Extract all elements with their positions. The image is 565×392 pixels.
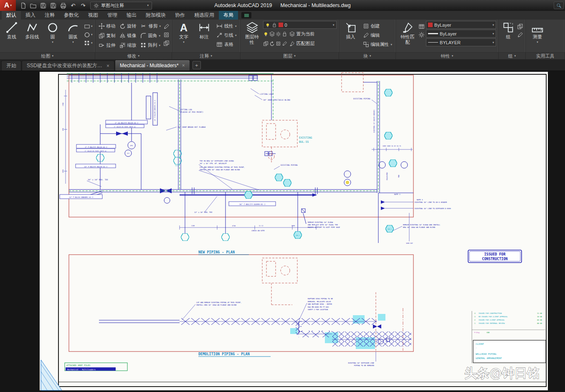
edit-block-button[interactable]: 编辑 (362, 31, 394, 40)
panel-utilities: 测量 ▾ 实用工具 (526, 20, 565, 59)
group-button[interactable]: 组 (501, 21, 516, 40)
close-icon[interactable]: × (182, 63, 185, 68)
edit-block-icon (363, 32, 369, 38)
new-tab-button[interactable]: ＋ (193, 61, 201, 69)
trim-button[interactable]: ✂修剪▾ (139, 22, 162, 30)
panel-label-properties[interactable]: 特性▾ (396, 52, 498, 59)
erase-button[interactable] (163, 23, 170, 30)
file-tab-mechanical-multileaders[interactable]: Mechanical - Multileaders* × (115, 60, 190, 71)
save-button[interactable] (38, 1, 48, 10)
layer-lock-button[interactable] (282, 30, 287, 38)
ellipse-button[interactable]: ▾ (84, 31, 93, 38)
layer-delete-button[interactable] (282, 40, 287, 48)
ribbon-display-toggle-icon[interactable] (241, 12, 251, 18)
panel-label-layers[interactable]: 图层▾ (241, 52, 339, 59)
file-tab-ssd-drawing[interactable]: SSD硬盘盒中改变嵌件的装配方式* × (22, 61, 114, 71)
ribbon-tab-layout[interactable]: 布局 (219, 11, 238, 20)
open-file-button[interactable] (28, 1, 38, 10)
explode-button[interactable] (163, 31, 170, 38)
dimension-button[interactable]: 标注 (195, 21, 214, 40)
panel-label-utilities[interactable]: 实用工具 (526, 52, 565, 59)
scale-button[interactable]: 缩放 (118, 41, 138, 50)
svg-text:NEW 16" 300# WN FLANGE AND BLI: NEW 16" 300# WN FLANGE AND BLIND (403, 226, 436, 228)
svg-text:AND REPLACE WITH 16" EQUAL TEE: AND REPLACE WITH 16" EQUAL TEE (308, 224, 338, 226)
svg-text:EXIST: EXIST (175, 165, 180, 167)
polyline-button[interactable]: 多段线 (23, 21, 42, 40)
edit-attributes-button[interactable]: 编辑属性▾ (362, 40, 394, 49)
mirror-button[interactable]: 镜像 (118, 31, 138, 40)
ribbon-tab-collaborate[interactable]: 协作 (170, 11, 190, 20)
arc-button[interactable]: 圆弧 ▾ (63, 21, 83, 44)
app-menu-button[interactable]: A ▾ (0, 0, 16, 11)
layer-walk-button[interactable] (263, 40, 269, 48)
circle-button[interactable]: 圆 ▾ (43, 21, 62, 44)
ribbon-tab-insert[interactable]: 插入 (21, 11, 40, 20)
new-file-button[interactable] (18, 1, 28, 10)
infocenter-search[interactable] (554, 2, 564, 9)
save-as-button[interactable] (48, 1, 58, 10)
panel-label-modify[interactable]: 修改▾ (95, 52, 172, 59)
ribbon-tab-view[interactable]: 视图 (84, 11, 103, 20)
ribbon-tab-parametric[interactable]: 参数化 (59, 11, 84, 20)
ellipse-icon (84, 32, 90, 38)
ribbon-tab-output[interactable]: 输出 (122, 11, 141, 20)
make-current-button[interactable]: 置为当前 (288, 30, 316, 38)
layer-merge-button[interactable] (276, 40, 281, 48)
object-color-dropdown[interactable]: ByLayer ▾ (426, 21, 496, 29)
insert-block-button[interactable]: 插入 (341, 21, 360, 40)
ribbon-tab-featured-apps[interactable]: 精选应用 (190, 11, 219, 20)
annotation-breakout-flange: 14" 300# BREAK-OUT FLANGE (177, 126, 206, 128)
properties-list-icon[interactable] (418, 23, 425, 30)
move-button[interactable]: 移动 (97, 22, 117, 30)
match-layer-button[interactable]: 匹配图层 (288, 39, 316, 48)
svg-text:LIFTING LUG: LIFTING LUG (180, 109, 192, 111)
ribbon-tab-home[interactable]: 默认 (2, 11, 21, 20)
hatch-button[interactable]: ▾ (84, 39, 93, 47)
linear-dim-button[interactable]: 线性▾ (215, 22, 238, 30)
lineweight-dropdown[interactable]: ByLayer ▾ (426, 30, 496, 38)
stretch-button[interactable]: 拉伸 (97, 41, 117, 50)
svg-text:898: 898 (62, 128, 64, 131)
panel-label-draw[interactable]: 绘图▾ (0, 52, 95, 59)
array-button[interactable]: 阵列▾ (139, 41, 162, 50)
close-icon[interactable]: × (106, 63, 109, 69)
color-wheel-icon[interactable] (418, 31, 425, 38)
rotate-button[interactable]: 旋转 (118, 22, 138, 30)
leader-button[interactable]: 引线▾ (215, 31, 238, 40)
layer-freeze-button[interactable] (276, 30, 281, 38)
match-properties-button[interactable]: 特性匹配 (398, 21, 417, 45)
plot-button[interactable] (58, 1, 68, 10)
group-edit-button[interactable] (517, 31, 523, 38)
layer-prev-button[interactable] (269, 40, 275, 48)
undo-button[interactable]: ↶ (68, 1, 78, 10)
panel-label-annotate[interactable]: 注释▾ (172, 52, 240, 59)
copy-button[interactable]: 复制 (97, 31, 117, 40)
create-block-button[interactable]: 创建 (362, 22, 394, 30)
text-button[interactable]: A 文字 ▾ (174, 21, 193, 44)
layer-properties-button[interactable]: 图层特性 (243, 21, 262, 45)
redo-button[interactable]: ↷ (79, 1, 88, 10)
layer-dropdown[interactable]: 0 ▾ (263, 21, 337, 29)
file-tab-start[interactable]: 开始 (1, 61, 21, 71)
linear-dim-icon (216, 23, 223, 29)
layer-isolate-button[interactable] (269, 30, 275, 38)
svg-text:1068: 1068 (291, 225, 295, 227)
offset-button[interactable] (163, 39, 170, 47)
measure-button[interactable]: 测量 ▾ (528, 21, 547, 44)
drawing-canvas[interactable]: ISSUED FOR CONSTRUCTION 4 ISSUED FOR CON… (0, 71, 565, 392)
ribbon-tab-manage[interactable]: 管理 (103, 11, 122, 20)
revision-row: ISSUED FOR INTERNAL REVIEW (479, 322, 505, 324)
gear-icon (94, 3, 99, 8)
fillet-button[interactable]: 圆角▾ (139, 31, 162, 40)
ribbon-tab-annotate[interactable]: 注释 (40, 11, 59, 20)
workspace-switcher[interactable]: 草图与注释 ▾ (90, 2, 152, 10)
table-button[interactable]: 表格 (215, 40, 238, 49)
line-button[interactable]: 直线 (2, 21, 21, 40)
ungroup-button[interactable] (517, 23, 523, 30)
panel-label-group[interactable]: 组▾ (499, 52, 525, 59)
linetype-dropdown[interactable]: BYLAYER ▾ (426, 38, 496, 46)
rectangle-button[interactable]: ▾ (84, 23, 93, 30)
layer-off-button[interactable] (263, 30, 269, 38)
ribbon-tab-addins[interactable]: 附加模块 (141, 11, 170, 20)
panel-label-block[interactable]: 块▾ (339, 52, 396, 59)
